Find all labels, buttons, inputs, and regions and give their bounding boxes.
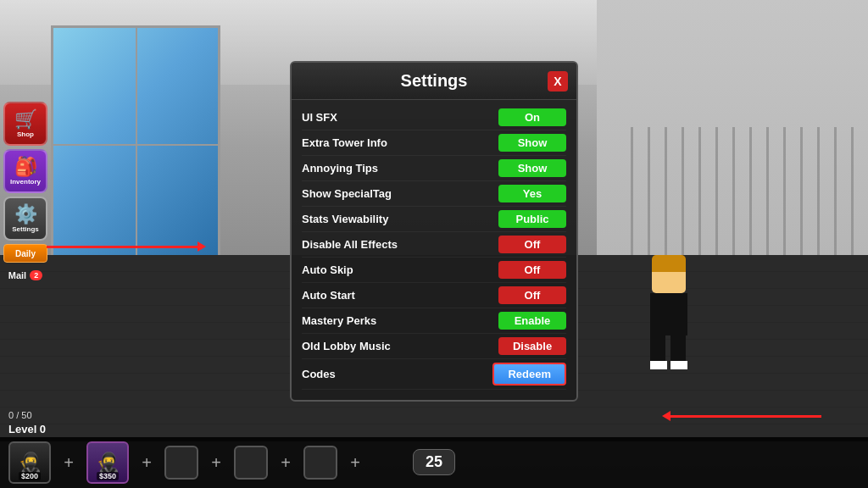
sidebar: 🛒 Shop 🎒 Inventory ⚙️ Settings Daily Mai… [0,102,51,285]
setting-label-stats_viewability: Stats Viewability [302,213,388,225]
settings-button[interactable]: ⚙️ Settings [3,197,47,241]
mail-button[interactable]: Mail 2 [3,266,47,285]
hero-1-price: $200 [19,472,41,480]
window-left [51,25,220,263]
shop-icon: 🛒 [14,110,37,129]
setting-value-disable_all_effects[interactable]: Off [498,236,566,253]
char-hair [652,255,686,272]
setting-row-annoying_tips: Annoying TipsShow [302,156,566,181]
center-number: 25 [413,449,455,475]
modal-header: Settings X [292,63,576,100]
inventory-button[interactable]: 🎒 Inventory [3,149,47,193]
setting-row-stats_viewability: Stats ViewabilityPublic [302,207,566,232]
setting-label-annoying_tips: Annoying Tips [302,162,378,175]
setting-row-extra_tower_info: Extra Tower InfoShow [302,130,566,156]
setting-label-codes: Codes [302,368,336,380]
hero-1-icon: 🥷 [19,452,42,474]
setting-label-ui_sfx: UI SFX [302,111,337,124]
setting-row-mastery_perks: Mastery PerksEnable [302,308,566,334]
hero-2-icon: 🥷 [97,452,120,474]
setting-row-auto_start: Auto StartOff [302,283,566,308]
setting-value-mastery_perks[interactable]: Enable [498,312,566,330]
add-hero-5-button[interactable]: + [342,450,368,475]
hero-slot-2[interactable]: 🥷 $350 [86,441,129,484]
settings-modal: Settings X UI SFXOnExtra Tower InfoShowA… [290,61,578,402]
setting-value-show_special_tag[interactable]: Yes [498,185,566,202]
setting-value-auto_start[interactable]: Off [498,286,566,304]
setting-label-extra_tower_info: Extra Tower Info [302,136,387,149]
char-head [652,259,686,293]
close-button[interactable]: X [548,71,568,92]
setting-label-mastery_perks: Mastery Perks [302,314,376,327]
hero-slot-empty-2[interactable] [234,446,268,480]
shop-button[interactable]: 🛒 Shop [3,102,47,146]
setting-row-old_lobby_music: Old Lobby MusicDisable [302,334,566,359]
add-hero-4-button[interactable]: + [273,450,298,475]
arrow-right [669,415,821,418]
character [639,259,698,369]
setting-row-auto_skip: Auto SkipOff [302,258,566,283]
modal-title: Settings [302,71,566,91]
setting-label-auto_start: Auto Start [302,289,355,302]
setting-value-extra_tower_info[interactable]: Show [498,134,566,152]
add-hero-1-button[interactable]: + [56,450,81,475]
char-shoe-right [670,361,687,369]
add-hero-3-button[interactable]: + [203,450,229,475]
arrow-left [47,246,199,248]
setting-value-annoying_tips[interactable]: Show [498,159,566,177]
daily-button[interactable]: Daily [3,244,47,263]
setting-row-codes: CodesRedeem [302,359,566,390]
daily-label: Daily [15,249,36,258]
hero-2-price: $350 [97,472,119,480]
setting-value-auto_skip[interactable]: Off [498,261,566,279]
shop-label: Shop [17,130,34,138]
mail-label: Mail [8,270,26,280]
setting-row-ui_sfx: UI SFXOn [302,105,566,130]
setting-label-disable_all_effects: Disable All Effects [302,238,398,251]
settings-label: Settings [12,225,39,233]
setting-value-old_lobby_music[interactable]: Disable [498,337,566,355]
settings-list: UI SFXOnExtra Tower InfoShowAnnoying Tip… [292,100,576,390]
inventory-icon: 🎒 [14,158,37,176]
setting-label-old_lobby_music: Old Lobby Music [302,340,391,352]
char-shoe-left [650,361,667,369]
setting-value-stats_viewability[interactable]: Public [498,210,566,228]
char-body [650,293,687,336]
mail-badge: 2 [30,270,42,280]
inventory-label: Inventory [10,178,41,186]
xp-display: 0 / 50 [8,410,32,420]
setting-row-disable_all_effects: Disable All EffectsOff [302,232,566,258]
char-legs [639,336,698,369]
setting-label-show_special_tag: Show SpecialTag [302,187,392,200]
add-hero-2-button[interactable]: + [134,450,159,475]
level-display: Level 0 [8,423,46,435]
setting-value-codes[interactable]: Redeem [492,363,566,385]
setting-row-show_special_tag: Show SpecialTagYes [302,181,566,207]
hero-slot-empty-1[interactable] [164,446,198,480]
setting-label-auto_skip: Auto Skip [302,263,353,276]
hero-slot-empty-3[interactable] [303,446,337,480]
bottom-bar: 🥷 $200 + 🥷 $350 + + + + 25 [0,437,868,488]
settings-icon: ⚙️ [14,205,37,224]
hero-slot-1[interactable]: 🥷 $200 [8,441,51,484]
setting-value-ui_sfx[interactable]: On [498,108,566,126]
